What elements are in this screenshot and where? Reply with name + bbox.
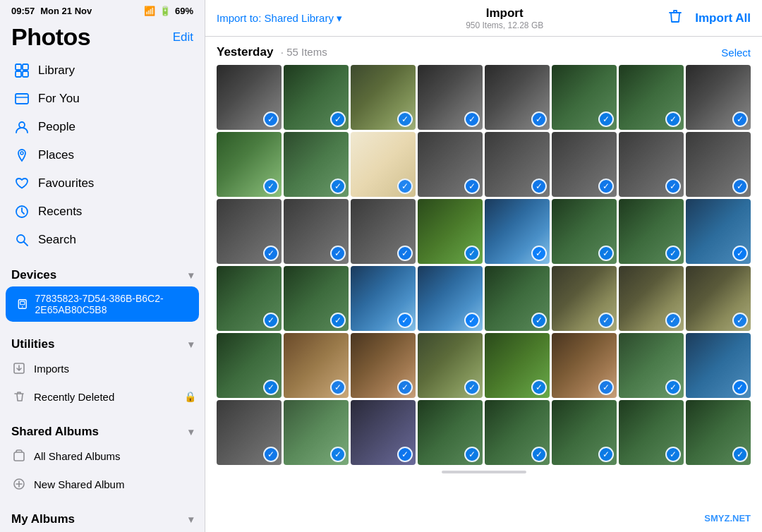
sidebar-item-for-you[interactable]: For You [6,85,199,113]
places-icon [14,147,30,163]
main-content: Import to: Shared Library ▾ Import 950 I… [205,0,762,532]
utilities-section-header[interactable]: Utilities ▾ [0,329,205,354]
sidebar-item-imports[interactable]: Imports [0,354,205,382]
photo-cell[interactable]: ✓ [686,132,751,197]
photo-cell[interactable]: ✓ [485,199,550,264]
sidebar-item-library[interactable]: Library [6,56,199,85]
check-overlay: ✓ [330,447,346,462]
photo-cell[interactable]: ✓ [485,132,550,197]
photo-cell[interactable]: ✓ [284,132,349,197]
check-overlay: ✓ [732,380,748,395]
check-overlay: ✓ [397,111,413,127]
photo-cell[interactable]: ✓ [284,400,349,465]
sidebar-item-new-shared-album[interactable]: New Shared Album [0,470,205,498]
search-icon [14,232,30,248]
photo-cell[interactable]: ✓ [552,132,617,197]
photo-cell[interactable]: ✓ [217,132,282,197]
photo-cell[interactable]: ✓ [552,65,617,130]
new-shared-album-icon [11,476,27,492]
photo-cell[interactable]: ✓ [619,199,684,264]
my-albums-section-header[interactable]: My Albums ▾ [0,504,205,529]
svg-rect-12 [20,301,25,305]
sidebar-item-places[interactable]: Places [6,141,199,169]
photo-cell[interactable]: ✓ [485,266,550,331]
sidebar-item-recents[interactable]: Recents [6,198,199,226]
my-albums-chevron-icon: ▾ [188,514,193,525]
check-overlay: ✓ [330,179,346,194]
people-icon [14,119,30,135]
photo-cell[interactable]: ✓ [284,333,349,398]
photo-cell[interactable]: ✓ [217,199,282,264]
sidebar: 09:57 Mon 21 Nov 📶 🔋 69% Photos Edit Lib… [0,0,205,532]
photo-cell[interactable]: ✓ [351,333,416,398]
check-overlay: ✓ [732,246,748,261]
photo-cell[interactable]: ✓ [619,333,684,398]
photo-cell[interactable]: ✓ [217,266,282,331]
photo-cell[interactable]: ✓ [619,132,684,197]
check-overlay: ✓ [665,246,681,261]
select-button[interactable]: Select [721,47,751,59]
edit-button[interactable]: Edit [173,30,193,44]
shared-albums-section-header[interactable]: Shared Albums ▾ [0,416,205,442]
photo-cell[interactable]: ✓ [284,266,349,331]
sidebar-header: Photos Edit [0,19,205,56]
import-to: Import to: Shared Library ▾ [217,12,342,25]
photo-cell[interactable]: ✓ [418,266,483,331]
photo-cell[interactable]: ✓ [485,333,550,398]
photo-cell[interactable]: ✓ [217,65,282,130]
photo-cell[interactable]: ✓ [418,199,483,264]
photo-cell[interactable]: ✓ [284,65,349,130]
check-overlay: ✓ [330,111,346,127]
sidebar-item-people[interactable]: People [6,113,199,141]
photo-cell[interactable]: ✓ [418,400,483,465]
photo-cell[interactable]: ✓ [552,333,617,398]
all-shared-albums-label: All Shared Albums [34,450,121,462]
sidebar-item-recently-deleted[interactable]: Recently Deleted 🔒 [0,382,205,411]
photo-cell[interactable]: ✓ [619,266,684,331]
photo-cell[interactable]: ✓ [619,65,684,130]
sidebar-item-favourites[interactable]: Favourites [6,169,199,198]
photo-cell[interactable]: ✓ [418,132,483,197]
photo-cell[interactable]: ✓ [485,400,550,465]
photo-cell[interactable]: ✓ [351,132,416,197]
all-shared-albums-icon [11,448,27,464]
photo-cell[interactable]: ✓ [686,266,751,331]
photo-cell[interactable]: ✓ [686,199,751,264]
photo-cell[interactable]: ✓ [351,65,416,130]
photo-cell[interactable]: ✓ [686,333,751,398]
photo-cell[interactable]: ✓ [552,266,617,331]
toolbar-center: Import 950 Items, 12.28 GB [466,6,543,30]
date: Mon 21 Nov [40,6,92,16]
sidebar-item-search-label: Search [38,233,76,247]
photo-cell[interactable]: ✓ [217,400,282,465]
import-to-value[interactable]: Shared Library ▾ [265,12,343,24]
check-overlay: ✓ [263,313,279,328]
photo-cell[interactable]: ✓ [351,199,416,264]
sidebar-item-search[interactable]: Search [6,226,199,254]
device-item[interactable]: 77835823-7D54-386B-B6C2-2E65AB80C5B8 [6,286,199,322]
for-you-icon [14,91,30,107]
check-overlay: ✓ [598,179,614,194]
chevron-down-icon: ▾ [337,12,342,24]
devices-section-header[interactable]: Devices ▾ [0,260,205,285]
check-overlay: ✓ [665,111,681,127]
import-all-button[interactable]: Import All [695,11,751,25]
photo-cell[interactable]: ✓ [284,199,349,264]
photo-cell[interactable]: ✓ [418,333,483,398]
watermark: SMYZ.NET [704,513,751,524]
photo-cell[interactable]: ✓ [686,400,751,465]
check-overlay: ✓ [732,179,748,194]
photo-cell[interactable]: ✓ [351,266,416,331]
toolbar-subtitle: 950 Items, 12.28 GB [466,20,543,30]
photo-cell[interactable]: ✓ [351,400,416,465]
delete-button[interactable] [667,8,684,28]
photo-cell[interactable]: ✓ [619,400,684,465]
photo-cell[interactable]: ✓ [552,400,617,465]
favourites-icon [14,176,30,191]
photo-cell[interactable]: ✓ [552,199,617,264]
sidebar-item-all-shared-albums[interactable]: All Shared Albums [0,442,205,470]
photo-cell[interactable]: ✓ [485,65,550,130]
photo-cell[interactable]: ✓ [217,333,282,398]
photo-cell[interactable]: ✓ [418,65,483,130]
photo-cell[interactable]: ✓ [686,65,751,130]
